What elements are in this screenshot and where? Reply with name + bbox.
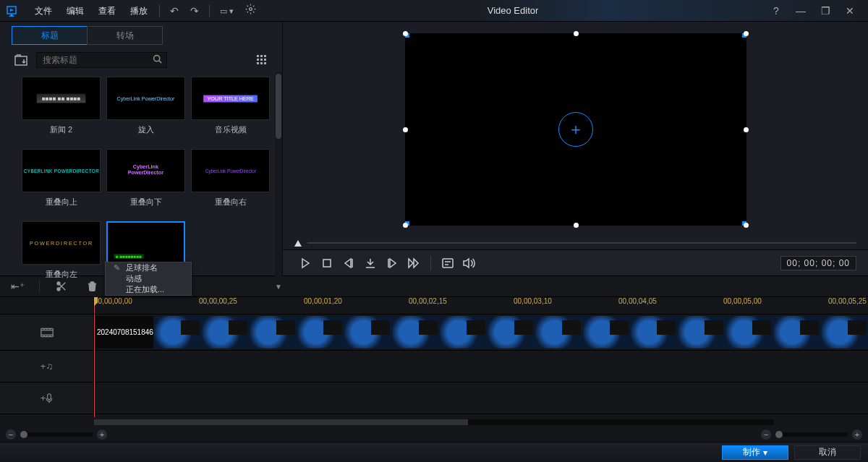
voice-track-head[interactable]: + xyxy=(0,382,93,414)
caption-button[interactable] xyxy=(437,252,459,274)
timeline-ruler[interactable]: 00,00,00,0000,00,00,2500,00,01,2000,00,0… xyxy=(0,297,868,315)
search-input[interactable] xyxy=(41,54,153,66)
menu-file[interactable]: 文件 xyxy=(27,0,59,22)
resize-handle[interactable] xyxy=(403,127,408,132)
preview-canvas[interactable]: ＋ xyxy=(405,33,746,226)
tab-transitions[interactable]: 转场 xyxy=(87,26,163,45)
svg-rect-39 xyxy=(48,393,51,399)
video-clip[interactable]: 20240708151846 xyxy=(94,316,868,348)
ruler-tick: 00,00,00,00 xyxy=(94,297,132,305)
menu-view[interactable]: 查看 xyxy=(91,0,123,22)
add-media-button[interactable]: ＋ xyxy=(558,112,593,147)
video-track[interactable]: 20240708151846 xyxy=(94,315,868,351)
right-zoom-out-button[interactable]: − xyxy=(761,429,771,440)
svg-rect-8 xyxy=(257,59,259,61)
seek-playhead-icon[interactable] xyxy=(294,240,302,247)
app-icon xyxy=(6,4,20,18)
title-thumb[interactable]: CyberLink PowerDirector重叠向右 xyxy=(191,149,270,214)
svg-rect-13 xyxy=(264,62,266,64)
right-zoom-slider[interactable] xyxy=(775,432,848,437)
search-box[interactable] xyxy=(36,52,167,68)
redo-icon[interactable]: ↷ xyxy=(184,0,205,22)
svg-rect-6 xyxy=(260,55,263,57)
help-button[interactable]: ? xyxy=(764,0,788,22)
title-thumb[interactable]: POWERDIRECTOR重叠向左 xyxy=(22,221,101,286)
ruler-tick: 00,00,02,15 xyxy=(409,297,447,305)
context-menu-item[interactable]: ✎足球排名 xyxy=(106,262,191,273)
context-menu-item[interactable]: 正在加载... xyxy=(106,284,191,295)
title-thumb[interactable]: YOUR TITLE HERE音乐视频 xyxy=(191,77,270,142)
audio-track-head[interactable]: +♫ xyxy=(0,351,93,382)
playback-controls: 00; 00; 00; 00 xyxy=(283,249,868,275)
zoom-out-button[interactable]: − xyxy=(6,429,16,440)
title-thumb[interactable]: CYBERLINK POWERDIRECTOR重叠向上 xyxy=(22,149,101,214)
video-track-head[interactable] xyxy=(0,315,93,351)
close-button[interactable]: ✕ xyxy=(838,0,862,22)
svg-rect-5 xyxy=(257,55,259,57)
settings-icon[interactable] xyxy=(239,0,262,22)
audio-track[interactable] xyxy=(94,351,868,382)
volume-button[interactable] xyxy=(459,252,480,274)
ruler-tick: 00,00,05,25 xyxy=(828,297,867,305)
mark-in-button[interactable] xyxy=(359,252,381,274)
ruler-tick: 00,00,00,25 xyxy=(199,297,237,305)
ruler-tick: 00,00,05,00 xyxy=(723,297,762,305)
aspect-menu[interactable]: ▭ ▾ xyxy=(214,0,239,22)
title-thumb[interactable]: CyberLinkPowerDirector重叠向下 xyxy=(106,149,185,214)
context-menu-item[interactable]: 动感 xyxy=(106,273,191,284)
import-icon[interactable] xyxy=(12,52,30,68)
svg-rect-10 xyxy=(264,59,266,61)
timecode-display[interactable]: 00; 00; 00; 00 xyxy=(780,256,856,270)
svg-rect-15 xyxy=(323,260,331,267)
title-thumb[interactable]: ■■■■ ■■ ■■■■新闻 2 xyxy=(22,77,101,142)
svg-rect-12 xyxy=(260,62,263,64)
timeline-playhead-line[interactable] xyxy=(94,315,95,417)
library-tabs: 标题 转场 xyxy=(12,26,282,45)
stop-button[interactable] xyxy=(316,252,338,274)
context-menu: ✎足球排名 动感 正在加载... xyxy=(105,262,192,296)
resize-handle[interactable] xyxy=(744,31,749,36)
tab-titles[interactable]: 标题 xyxy=(12,26,88,45)
timeline-zoom-row: − + − + xyxy=(0,427,868,442)
resize-handle[interactable] xyxy=(574,31,579,36)
svg-point-4 xyxy=(154,56,160,61)
svg-rect-22 xyxy=(443,259,453,268)
title-grid: ■■■■ ■■ ■■■■新闻 2 CyberLink PowerDirector… xyxy=(0,72,275,291)
resize-handle[interactable] xyxy=(403,31,408,36)
right-zoom-in-button[interactable]: + xyxy=(852,429,862,440)
resize-handle[interactable] xyxy=(574,223,579,228)
prev-frame-button[interactable] xyxy=(338,252,359,274)
resize-handle[interactable] xyxy=(744,223,749,228)
scrollbar-thumb[interactable] xyxy=(276,74,281,139)
svg-marker-25 xyxy=(464,259,469,268)
produce-button[interactable]: 制作 ▾ xyxy=(722,445,788,460)
zoom-in-button[interactable]: + xyxy=(97,429,107,440)
svg-marker-18 xyxy=(390,259,396,268)
play-button[interactable] xyxy=(294,252,316,274)
grid-view-icon[interactable] xyxy=(253,52,271,68)
preview-seek[interactable] xyxy=(283,236,868,249)
search-icon[interactable] xyxy=(153,54,162,66)
cancel-button[interactable]: 取消 xyxy=(794,445,861,460)
svg-rect-7 xyxy=(264,55,266,57)
menu-edit[interactable]: 编辑 xyxy=(59,0,91,22)
svg-rect-3 xyxy=(15,56,27,65)
library-scrollbar[interactable]: ▲ ▼ xyxy=(275,72,282,291)
scroll-down-icon[interactable]: ▼ xyxy=(275,282,282,291)
zoom-slider[interactable] xyxy=(20,432,93,437)
timeline-h-scrollbar[interactable] xyxy=(0,417,868,427)
maximize-button[interactable]: ❐ xyxy=(813,0,838,22)
undo-icon[interactable]: ↶ xyxy=(164,0,184,22)
fast-forward-button[interactable] xyxy=(403,252,425,274)
resize-handle[interactable] xyxy=(403,223,408,228)
title-thumb[interactable]: CyberLink PowerDirector旋入 xyxy=(106,77,185,142)
minimize-button[interactable]: — xyxy=(788,0,813,22)
next-frame-button[interactable] xyxy=(381,252,403,274)
timeline-playhead[interactable] xyxy=(94,297,95,314)
timeline-tracks: +♫ + 20240708151846 xyxy=(0,315,868,417)
ruler-tick: 00,00,03,10 xyxy=(514,297,552,305)
svg-marker-16 xyxy=(345,259,351,268)
voice-track[interactable] xyxy=(94,382,868,414)
menu-play[interactable]: 播放 xyxy=(123,0,155,22)
resize-handle[interactable] xyxy=(744,127,749,132)
